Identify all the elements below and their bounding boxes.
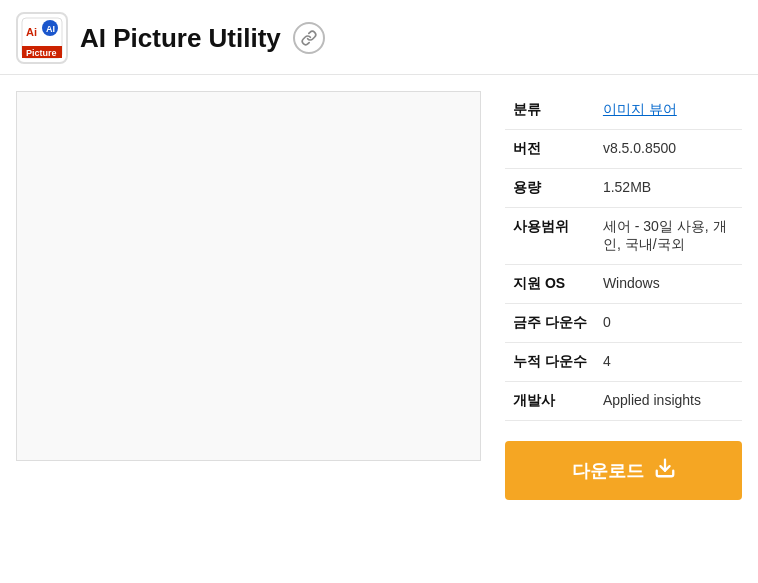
table-row: 버전v8.5.0.8500: [505, 130, 742, 169]
svg-text:Ai: Ai: [26, 26, 37, 38]
row-label: 용량: [505, 169, 595, 208]
app-header: Ai AI Picture AI Picture Utility: [0, 0, 758, 75]
row-value: 4: [595, 343, 742, 382]
table-row: 사용범위세어 - 30일 사용, 개인, 국내/국외: [505, 208, 742, 265]
download-label: 다운로드: [572, 459, 644, 483]
info-table: 분류이미지 뷰어버전v8.5.0.8500용량1.52MB사용범위세어 - 30…: [505, 91, 742, 421]
row-label: 지원 OS: [505, 265, 595, 304]
row-value: Applied insights: [595, 382, 742, 421]
table-row: 누적 다운수4: [505, 343, 742, 382]
download-button[interactable]: 다운로드: [505, 441, 742, 500]
image-preview: [16, 91, 481, 461]
row-label: 사용범위: [505, 208, 595, 265]
table-row: 개발사Applied insights: [505, 382, 742, 421]
row-value: 0: [595, 304, 742, 343]
row-value[interactable]: 이미지 뷰어: [595, 91, 742, 130]
main-content: 분류이미지 뷰어버전v8.5.0.8500용량1.52MB사용범위세어 - 30…: [0, 75, 758, 516]
link-icon-button[interactable]: [293, 22, 325, 54]
row-value: Windows: [595, 265, 742, 304]
row-value: 1.52MB: [595, 169, 742, 208]
table-row: 지원 OSWindows: [505, 265, 742, 304]
row-label: 버전: [505, 130, 595, 169]
info-panel: 분류이미지 뷰어버전v8.5.0.8500용량1.52MB사용범위세어 - 30…: [505, 91, 742, 500]
row-label: 금주 다운수: [505, 304, 595, 343]
table-row: 분류이미지 뷰어: [505, 91, 742, 130]
row-value: 세어 - 30일 사용, 개인, 국내/국외: [595, 208, 742, 265]
row-label: 누적 다운수: [505, 343, 595, 382]
app-icon: Ai AI Picture: [16, 12, 68, 64]
svg-text:Picture: Picture: [26, 48, 57, 58]
app-title: AI Picture Utility: [80, 23, 281, 54]
svg-text:AI: AI: [46, 24, 55, 34]
row-label: 분류: [505, 91, 595, 130]
row-value: v8.5.0.8500: [595, 130, 742, 169]
row-label: 개발사: [505, 382, 595, 421]
download-icon: [654, 457, 676, 484]
table-row: 금주 다운수0: [505, 304, 742, 343]
table-row: 용량1.52MB: [505, 169, 742, 208]
